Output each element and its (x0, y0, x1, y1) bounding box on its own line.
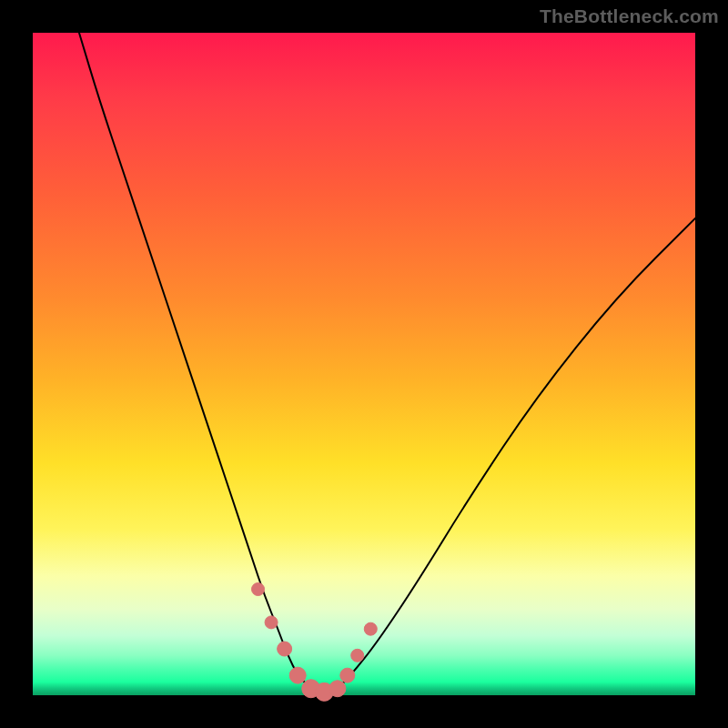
chart-frame: TheBottleneck.com (0, 0, 728, 728)
watermark-label: TheBottleneck.com (540, 5, 719, 27)
bottleneck-curve (79, 33, 695, 691)
marker-point (289, 667, 306, 683)
marker-point (265, 616, 278, 629)
marker-point (340, 668, 355, 682)
marker-point (351, 649, 364, 662)
marker-point (364, 622, 377, 635)
marker-point (329, 681, 346, 697)
plot-svg (33, 33, 695, 695)
marker-point (252, 583, 265, 596)
plot-area (33, 33, 695, 695)
marker-group (252, 583, 378, 702)
marker-point (278, 642, 292, 656)
